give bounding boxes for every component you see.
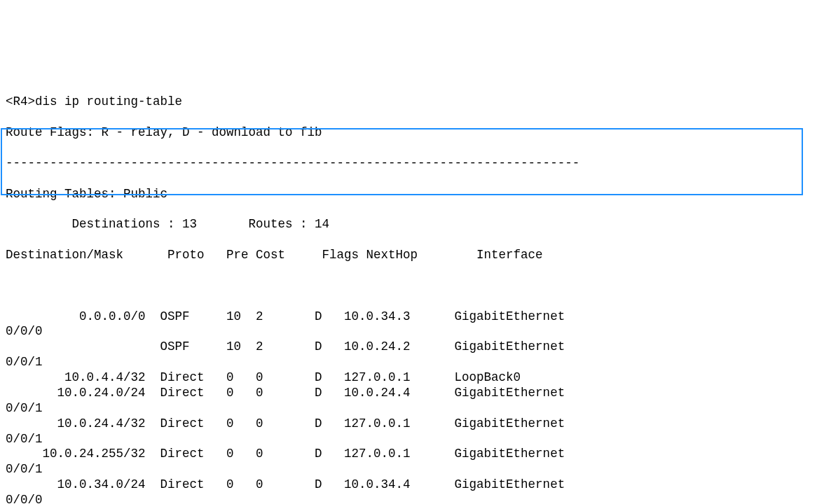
- table-header: Destination/Mask Proto Pre Cost Flags Ne…: [6, 248, 543, 262]
- separator-line: ----------------------------------------…: [6, 156, 579, 170]
- destinations-routes-line: Destinations : 13 Routes : 14: [6, 217, 329, 231]
- routing-table-body: 0.0.0.0/0 OSPF 10 2 D 10.0.34.3 GigabitE…: [6, 309, 565, 505]
- routing-tables-line: Routing Tables: Public: [6, 187, 167, 201]
- prompt-line: <R4>dis ip routing-table: [6, 94, 182, 108]
- route-flags-line: Route Flags: R - relay, D - download to …: [6, 125, 322, 139]
